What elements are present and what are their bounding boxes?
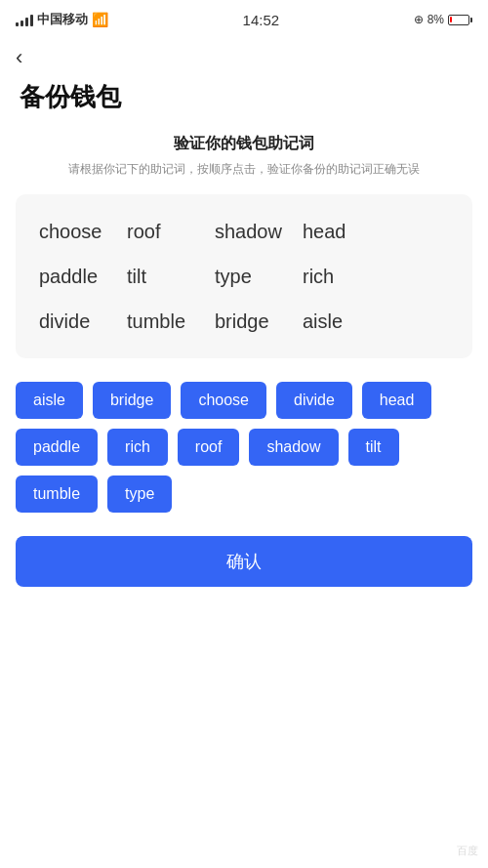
watermark: 百度 xyxy=(457,844,478,858)
display-word: choose xyxy=(39,214,127,249)
display-word: divide xyxy=(39,304,127,339)
display-word: bridge xyxy=(215,304,303,339)
word-chip[interactable]: head xyxy=(362,382,432,419)
back-arrow-icon: ‹ xyxy=(16,45,22,69)
word-chip[interactable]: type xyxy=(107,475,172,513)
display-word: paddle xyxy=(39,259,127,294)
display-word: roof xyxy=(127,214,215,249)
page-title: 备份钱包 xyxy=(0,72,488,134)
carrier-label: 中国移动 xyxy=(37,11,88,28)
wifi-icon: 📶 xyxy=(92,12,108,27)
carrier-signal: 中国移动 📶 xyxy=(16,11,108,28)
word-chip[interactable]: shadow xyxy=(249,429,338,466)
display-word: tilt xyxy=(127,259,215,294)
status-bar: 中国移动 📶 14:52 ⊕ 8% xyxy=(0,0,488,39)
battery-percent: 8% xyxy=(427,13,444,26)
section-title: 验证你的钱包助记词 xyxy=(0,134,488,154)
back-button[interactable]: ‹ xyxy=(0,39,38,72)
word-chips-area[interactable]: aislebridgechoosedivideheadpaddlerichroo… xyxy=(16,382,472,513)
display-word: rich xyxy=(303,259,390,294)
word-chip[interactable]: choose xyxy=(181,382,266,419)
clock: 14:52 xyxy=(243,12,280,28)
word-chip[interactable]: paddle xyxy=(16,429,98,466)
display-word: tumble xyxy=(127,304,215,339)
signal-icon xyxy=(16,13,33,26)
word-chip[interactable]: aisle xyxy=(16,382,83,419)
word-chip[interactable]: bridge xyxy=(93,382,171,419)
display-word: aisle xyxy=(303,304,390,339)
display-word: head xyxy=(303,214,390,249)
display-word: type xyxy=(215,259,303,294)
confirm-button[interactable]: 确认 xyxy=(16,536,472,587)
battery-icon xyxy=(448,15,472,25)
word-chip[interactable]: tumble xyxy=(16,475,98,513)
word-chip[interactable]: roof xyxy=(178,429,240,466)
word-chip[interactable]: tilt xyxy=(348,429,399,466)
word-display-box: chooseroofshadowheadpaddletilttyperichdi… xyxy=(16,194,472,358)
word-chip[interactable]: divide xyxy=(276,382,352,419)
display-words: chooseroofshadowheadpaddletilttyperichdi… xyxy=(39,214,449,339)
battery-area: ⊕ 8% xyxy=(414,13,472,26)
display-word: shadow xyxy=(215,214,303,249)
location-icon: ⊕ xyxy=(414,13,424,26)
word-chip[interactable]: rich xyxy=(107,429,168,466)
section-subtitle: 请根据你记下的助记词，按顺序点击，验证你备份的助记词正确无误 xyxy=(0,160,488,179)
